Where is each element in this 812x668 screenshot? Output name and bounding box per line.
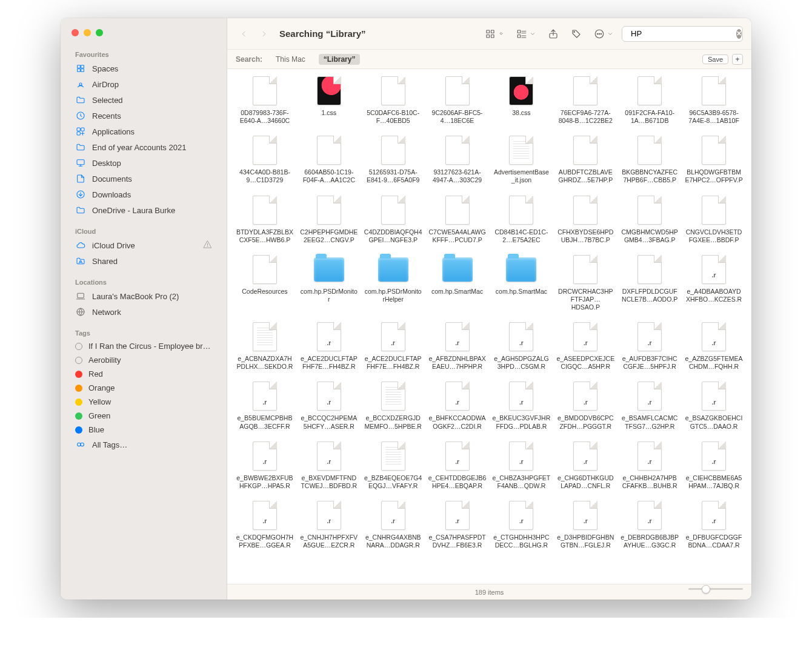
file-item[interactable]: .re_AFBZDNHLBPAXEAEU…7HPHP.R <box>427 320 488 372</box>
file-item[interactable]: .re_CHHBH2A7HPBCFAFKB…BUHB.R <box>619 439 680 491</box>
save-search-button[interactable]: Save <box>702 55 728 64</box>
sidebar-item[interactable]: OneDrive - Laura Burke <box>67 202 221 218</box>
scope-this-mac[interactable]: This Mac <box>271 54 310 65</box>
sidebar-item[interactable]: Recents <box>67 108 221 124</box>
file-item[interactable]: .re_BKEUC3GVFJHRFFDG…PDLAB.R <box>491 379 552 431</box>
file-item[interactable]: .re_DFBUGFCDGGFBDNA…CDAA7.R <box>684 498 744 551</box>
sidebar-item[interactable]: If I Ran the Circus - Employee brainstor… <box>67 339 221 353</box>
sidebar-item[interactable]: Applications <box>67 124 221 139</box>
file-item[interactable]: com.hp.SmartMac <box>427 253 488 313</box>
search-input[interactable] <box>631 29 733 38</box>
sidebar-item[interactable]: Laura's MacBook Pro (2) <box>67 288 221 304</box>
file-item[interactable]: 93127623-621A-4947-A…303C29 <box>427 133 488 185</box>
sidebar-item[interactable]: Shared <box>67 253 221 269</box>
sidebar-item[interactable]: Yellow <box>67 395 221 409</box>
file-item[interactable]: .re_BXEVDMFTFNDTCWEJ…BDFBD.R <box>299 439 359 491</box>
file-item[interactable]: com.hp.PSDrMonitorHelper <box>363 253 424 313</box>
sidebar-item[interactable]: Downloads <box>67 187 221 202</box>
file-item[interactable]: com.hp.SmartMac <box>491 253 552 313</box>
file-item[interactable]: C2HPEPHFGMDHE2EEG2…CNGV.P <box>299 193 359 245</box>
file-item[interactable]: .re_ACE2DUCLFTAPFHF7E…FH4BZ.R <box>299 320 359 372</box>
file-item[interactable]: CD84B14C-ED1C-2…E75A2EC <box>491 193 552 245</box>
file-item[interactable]: BKGBBNCYAZFEC7HPB6F…CBB5.P <box>619 133 680 185</box>
file-item[interactable]: C7CWE5A4ALAWGKFFF…PCUD7.P <box>427 193 488 245</box>
sidebar-item[interactable]: All Tags… <box>67 437 221 452</box>
file-item[interactable]: .re_CNHRG4AXBNBNARA…DDAGR.R <box>363 498 424 551</box>
sidebar-item[interactable]: Desktop <box>67 155 221 171</box>
sidebar-item[interactable]: Selected <box>67 92 221 108</box>
file-item[interactable]: 0D879983-736F-E640-A…34660C <box>235 74 295 126</box>
file-item[interactable]: BLHQDWGFBTBME7HPC2…OFPFV.P <box>684 133 744 185</box>
file-item[interactable]: .re_CHG6DTHKGUDLAPAD…CNFL.R <box>555 439 616 491</box>
tags-button[interactable] <box>567 25 585 42</box>
share-button[interactable] <box>544 25 562 42</box>
sidebar-item[interactable]: AirDrop <box>67 76 221 92</box>
sidebar-item[interactable]: End of year Accounts 2021 <box>67 139 221 155</box>
file-item[interactable]: 76ECF9A6-727A-8048-B…1C22BE2 <box>555 74 616 126</box>
file-item[interactable]: .re_ASEEDPCXEJCECIGQC…A5HP.R <box>555 320 616 372</box>
file-item[interactable]: com.hp.PSDrMonitor <box>299 253 359 313</box>
file-item[interactable]: .re_ACE2DUCLFTAPFHF7E…FH4BZ.R <box>363 320 424 372</box>
zoom-button[interactable] <box>96 29 103 36</box>
view-icons-button[interactable] <box>481 25 508 42</box>
sidebar-item[interactable]: Orange <box>67 381 221 395</box>
file-item[interactable]: 1.css <box>299 74 359 126</box>
file-item[interactable]: 51265931-D75A-E841-9…6F5A0F9 <box>363 133 424 185</box>
sidebar-item[interactable]: Blue <box>67 423 221 437</box>
file-item[interactable]: .re_DEBRDGB6BJBPAYHUE…G3GC.R <box>619 498 680 551</box>
file-item[interactable]: .re_CKDQFMGOH7HPFXBE…GGEA.R <box>235 498 295 551</box>
file-item[interactable]: CFHXBYDSE6HPDUBJH…7B7BC.P <box>555 193 616 245</box>
sidebar-item[interactable]: Aerobility <box>67 353 221 367</box>
file-item[interactable]: .re_BSAZGKBOEHCIGTC5…DAAO.R <box>684 379 744 431</box>
file-item[interactable]: CMGBHMCWD5HPGMB4…3FBAG.P <box>619 193 680 245</box>
forward-button[interactable] <box>256 26 272 42</box>
close-button[interactable] <box>72 29 79 36</box>
sidebar-item[interactable]: Green <box>67 409 221 423</box>
sidebar-item[interactable]: Documents <box>67 171 221 187</box>
file-item[interactable]: CodeResources <box>235 253 295 313</box>
search-box[interactable]: ✕ <box>622 26 743 42</box>
sidebar-item[interactable]: Spaces <box>67 61 221 76</box>
file-item[interactable]: .re_AUFDB3F7CIHCCGFJE…5HPFJ.R <box>619 320 680 372</box>
file-item[interactable]: .re_BHFKCCAODWAOGKF2…C2DI.R <box>427 379 488 431</box>
file-item[interactable]: .re_B5BUEMCPBHBAGQB…3ECFF.R <box>235 379 295 431</box>
icon-size-slider[interactable] <box>688 588 743 590</box>
file-item[interactable]: 5C0DAFC6-B10C-F…40EBD5 <box>363 74 424 126</box>
file-item[interactable]: .re_BCCQC2HPEMA5HCFY…ASER.R <box>299 379 359 431</box>
file-item[interactable]: .re_CTGHDHH3HPCDECC…BGLHG.R <box>491 498 552 551</box>
file-item[interactable]: AUBDFTCZBLAVEGHRDZ…5E7HP.P <box>555 133 616 185</box>
file-item[interactable]: e_BZB4EQEOE7G4EQGJ…VFAFY.R <box>363 439 424 491</box>
file-item[interactable]: BTDYDLA3FZBLBXCXF5E…HWB6.P <box>235 193 295 245</box>
file-item[interactable]: 9C2606AF-BFC5-4…18EC6E <box>427 74 488 126</box>
file-item[interactable]: .re_AGH5DPGZALG3HPD…C5GM.R <box>491 320 552 372</box>
clear-search-button[interactable]: ✕ <box>736 29 742 39</box>
add-rule-button[interactable]: + <box>732 54 743 65</box>
file-item[interactable]: 434C4A0D-B81B-9…C1D3729 <box>235 133 295 185</box>
sidebar-item[interactable]: Red <box>67 367 221 381</box>
sidebar-item[interactable]: iCloud Drive <box>67 237 221 253</box>
file-item[interactable]: .re_BWBWE2BXFUBHFKGP…HPA5.R <box>235 439 295 491</box>
file-item[interactable]: 091F2CFA-FA10-1A…B671DB <box>619 74 680 126</box>
group-button[interactable] <box>513 25 539 42</box>
scope-library[interactable]: “Library” <box>319 54 361 65</box>
file-item[interactable]: 6604AB50-1C19-F04F-A…AA1C2C <box>299 133 359 185</box>
file-item[interactable]: DRCWCRHAC3HPFTFJAP…HDSAO.P <box>555 253 616 313</box>
file-item[interactable]: C4DZDDBIAQFQH4GPEI…NGFE3.P <box>363 193 424 245</box>
file-item[interactable]: 96C5A3B9-6578-7A4E-8…1AB10F <box>684 74 744 126</box>
file-item[interactable]: .re_CHBZA3HPGFETF4ANB…QDW.R <box>491 439 552 491</box>
file-item[interactable]: CNGVCLDVH3ETDFGXEE…BBDF.P <box>684 193 744 245</box>
file-item[interactable]: .re_CEHTDDBGEJB6HPE4…EBQAP.R <box>427 439 488 491</box>
file-item[interactable]: DXFLFPDLDCGUFNCLE7B…AODO.P <box>619 253 680 313</box>
more-button[interactable] <box>590 25 617 42</box>
file-item[interactable]: 38.css <box>491 74 552 126</box>
file-item[interactable]: .re_BMDODVB6CPCZFDH…PGGGT.R <box>555 379 616 431</box>
file-item[interactable]: .re_CNHJH7HPFXFVA5GUE…EZCR.R <box>299 498 359 551</box>
results-scroll[interactable]: 0D879983-736F-E640-A…34660C1.css5C0DAFC6… <box>227 69 751 584</box>
file-item[interactable]: e_BCCXDZERGJDMEMFO…5HPBE.R <box>363 379 424 431</box>
file-item[interactable]: .re_CSA7HPASFPDTDVHZ…FB6E3.R <box>427 498 488 551</box>
file-item[interactable]: .re_A4DBAABOAYDXHFBO…KCZES.R <box>684 253 744 313</box>
sidebar-item[interactable]: Network <box>67 304 221 320</box>
file-item[interactable]: .re_BSAMFLCACMCTFSG7…G2HP.R <box>619 379 680 431</box>
file-item[interactable]: .re_D3HPBIDFGHBNGTBN…FGLEJ.R <box>555 498 616 551</box>
file-item[interactable]: .re_AZBZG5FTEMEACHDM…FQHH.R <box>684 320 744 372</box>
